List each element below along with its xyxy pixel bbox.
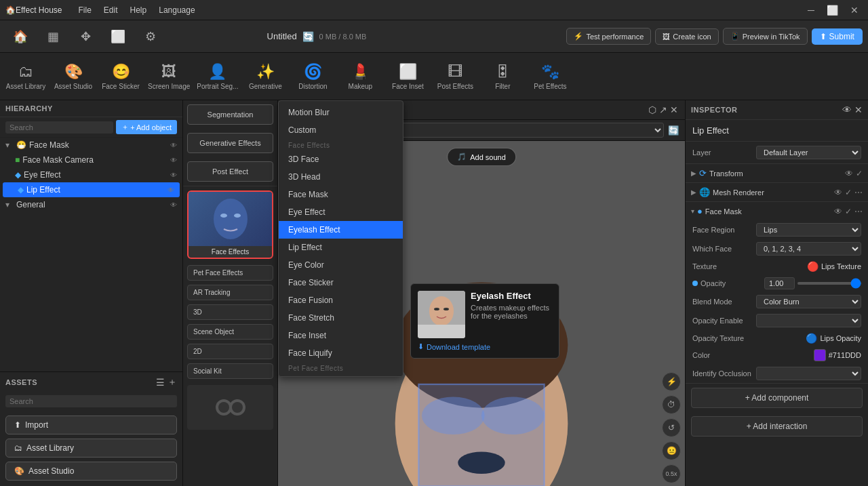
transform-visibility-button[interactable]: 👁 (845, 169, 853, 178)
dropdown-lip-effect[interactable]: Lip Effect (279, 239, 403, 256)
face-effects-card[interactable]: Face Effects (187, 190, 273, 259)
tree-item-eye-effect[interactable]: ◆ Eye Effect 👁 (0, 167, 182, 182)
inspector-eye-button[interactable]: 👁 (842, 104, 852, 115)
dropdown-custom[interactable]: Custom (279, 121, 403, 139)
preview-external-button[interactable]: ⬡ (648, 104, 656, 115)
tree-item-face-mask[interactable]: ▾ 😷 Face Mask 👁 (0, 138, 182, 153)
download-template-link[interactable]: ⬇ Download template (418, 342, 552, 351)
preview-popout-button[interactable]: ↗ (659, 104, 667, 115)
mesh-renderer-header[interactable]: ▶ 🌐 Mesh Renderer 👁 ✓ ⋯ (686, 183, 868, 201)
which-face-select[interactable]: 0, 1, 2, 3, 4 (756, 242, 861, 256)
preview-close-button[interactable]: ✕ (670, 104, 678, 115)
minimize-button[interactable]: ─ (804, 3, 818, 17)
dropdown-face-liquify[interactable]: Face Liquify (279, 344, 403, 362)
lightning-control[interactable]: ⚡ (662, 372, 681, 391)
generative-effects-button[interactable]: Generative Effects (187, 133, 273, 153)
opacity-input[interactable] (764, 277, 795, 289)
asset-studio-button[interactable]: 🎨 Asset Studio (5, 462, 177, 481)
menu-edit[interactable]: Edit (98, 4, 123, 16)
tool-post-effects[interactable]: 🎞 Post Effects (432, 55, 478, 98)
transform-button[interactable]: ✥ (71, 23, 100, 50)
viewport-button[interactable]: ⬜ (103, 23, 133, 50)
menu-help[interactable]: Help (125, 4, 153, 16)
dropdown-face-fusion[interactable]: Face Fusion (279, 291, 403, 309)
filter-assets-button[interactable]: ☰ (156, 376, 165, 388)
inspector-close-button[interactable]: ✕ (854, 104, 863, 115)
assets-search-input[interactable] (5, 395, 177, 407)
dropdown-face-inset[interactable]: Face Inset (279, 327, 403, 344)
tool-face-inset[interactable]: ⬜ Face Inset (384, 55, 431, 98)
social-kit-button[interactable]: Social Kit (187, 363, 273, 379)
color-swatch[interactable] (814, 349, 826, 361)
face-mask-check-button[interactable]: ✓ (845, 207, 852, 216)
post-effect-button[interactable]: Post Effect (187, 161, 273, 182)
dropdown-motion-blur[interactable]: Motion Blur (279, 104, 403, 121)
visibility-icon[interactable]: 👁 (170, 201, 177, 209)
3d-button[interactable]: 3D (187, 304, 273, 320)
maximize-button[interactable]: ⬜ (823, 3, 842, 17)
opacity-enable-select[interactable] (756, 314, 861, 327)
dropdown-eye-color[interactable]: Eye Color (279, 256, 403, 274)
hierarchy-search-input[interactable] (5, 121, 113, 134)
mesh-renderer-check-button[interactable]: ✓ (845, 188, 852, 197)
dropdown-3d-head[interactable]: 3D Head (279, 168, 403, 186)
transform-check-button[interactable]: ✓ (856, 169, 863, 178)
tree-item-lip-effect[interactable]: ◆ Lip Effect 👁 (3, 182, 180, 197)
menu-language[interactable]: Language (153, 4, 200, 16)
tree-item-general[interactable]: ▾ General 👁 (0, 197, 182, 212)
refresh-preview-button[interactable]: 🔄 (668, 125, 679, 136)
face-region-select[interactable]: Lips (756, 223, 861, 237)
refresh-button[interactable]: 🔄 (302, 31, 314, 42)
close-button[interactable]: ✕ (846, 3, 863, 17)
add-asset-button[interactable]: ＋ (167, 376, 177, 388)
identify-occlusion-select[interactable] (756, 367, 861, 380)
visibility-icon[interactable]: 👁 (170, 171, 177, 179)
tool-screen-image[interactable]: 🖼 Screen Image (145, 55, 193, 98)
dropdown-face-stretch[interactable]: Face Stretch (279, 309, 403, 327)
add-object-button[interactable]: ＋ + Add object (116, 120, 177, 134)
add-sound-button[interactable]: 🎵 Add sound (447, 148, 516, 166)
opacity-slider[interactable] (797, 282, 861, 285)
tools-button[interactable]: ⚙ (136, 23, 165, 50)
tool-portrait-seg[interactable]: 👤 Portrait Seg... (194, 55, 241, 98)
transform-header[interactable]: ▶ ⟳ Transform 👁 ✓ (686, 164, 868, 182)
preview-tiktok-button[interactable]: 📱 Preview in TikTok (723, 28, 808, 45)
tool-makeup[interactable]: 💄 Makeup (337, 55, 383, 98)
visibility-icon[interactable]: 👁 (167, 186, 174, 194)
rotate-control[interactable]: ↺ (662, 418, 681, 437)
mesh-renderer-more-button[interactable]: ⋯ (854, 188, 863, 197)
tool-pet-effects[interactable]: 🐾 Pet Effects (527, 55, 573, 98)
tool-face-sticker[interactable]: 😊 Face Sticker (98, 55, 144, 98)
dropdown-face-mask[interactable]: Face Mask (279, 186, 403, 203)
menu-file[interactable]: File (73, 4, 96, 16)
tree-item-camera[interactable]: ■ Face Mask Camera 👁 (0, 153, 182, 167)
face-mask-more-button[interactable]: ⋯ (854, 207, 863, 216)
tool-generative[interactable]: ✨ Generative (242, 55, 288, 98)
time-control[interactable]: ⏱ (662, 395, 681, 414)
scene-object-button[interactable]: Scene Object (187, 324, 273, 340)
2d-button[interactable]: 2D (187, 344, 273, 359)
segmentation-button[interactable]: Segmentation (187, 104, 273, 125)
zoom-control[interactable]: 0.5x (662, 464, 681, 483)
add-interaction-button[interactable]: + Add interaction (691, 416, 863, 437)
add-component-button[interactable]: + Add component (691, 388, 863, 408)
dropdown-eye-effect[interactable]: Eye Effect (279, 203, 403, 221)
dropdown-3d-face[interactable]: 3D Face (279, 150, 403, 168)
visibility-icon[interactable]: 👁 (170, 157, 177, 164)
create-icon-button[interactable]: 🖼 Create icon (655, 28, 718, 45)
asset-library-button[interactable]: 🗂 Asset Library (5, 439, 177, 458)
tool-distortion[interactable]: 🌀 Distortion (290, 55, 336, 98)
mesh-renderer-visibility-button[interactable]: 👁 (834, 188, 842, 197)
panels-button[interactable]: ▦ (38, 23, 68, 50)
face-mask-visibility-button[interactable]: 👁 (834, 207, 842, 216)
tool-asset-studio[interactable]: 🎨 Asset Studio (50, 55, 96, 98)
layer-select[interactable]: Default Layer (756, 146, 861, 159)
pet-face-effects-button[interactable]: Pet Face Effects (187, 265, 273, 281)
face-mask-section-header[interactable]: ▾ ● Face Mask 👁 ✓ ⋯ (686, 202, 868, 220)
ar-tracking-button[interactable]: AR Tracking (187, 285, 273, 300)
import-button[interactable]: ⬆ Import (5, 416, 177, 434)
test-performance-button[interactable]: ⚡ Test performance (566, 28, 651, 45)
tool-asset-library[interactable]: 🗂 Asset Library (3, 55, 49, 98)
submit-button[interactable]: ⬆ Submit (812, 28, 863, 45)
blend-mode-select[interactable]: Color Burn (756, 295, 861, 308)
